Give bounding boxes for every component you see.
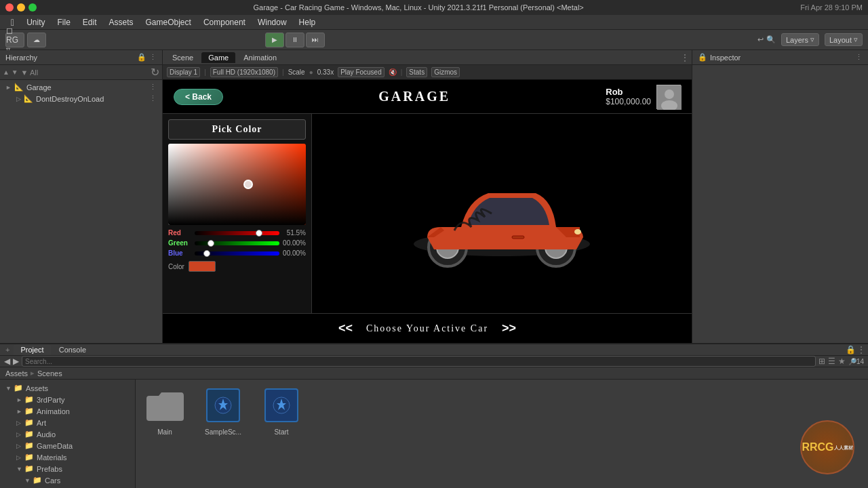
inspector-lock-icon[interactable]: 🔒 <box>698 53 707 62</box>
breadcrumb-sep: ▸ <box>31 369 35 378</box>
layers-dropdown[interactable]: Layers ▿ <box>781 33 819 46</box>
hierarchy-refresh-icon[interactable]: ↻ <box>151 66 159 79</box>
hier-item-garage[interactable]: ► 📐 Garage ⋮ <box>0 81 162 93</box>
tree-gamedata[interactable]: ▷ 📁 GameData <box>0 440 135 451</box>
display-selector[interactable]: Display 1 <box>167 67 200 77</box>
search-icon[interactable]: 🔍 <box>766 35 776 44</box>
project-nav-left[interactable]: ◀ <box>4 357 10 366</box>
project-view-icon2[interactable]: ☰ <box>828 357 835 366</box>
project-star-icon[interactable]: ★ <box>838 357 846 366</box>
hierarchy-add-icon[interactable]: ▲ ▼ <box>3 68 18 76</box>
blue-slider[interactable] <box>195 251 279 256</box>
hierarchy-all-label[interactable]: ▼ All <box>21 68 39 77</box>
hierarchy-menu-icon[interactable]: ⋮ <box>149 53 157 62</box>
close-button[interactable] <box>5 3 14 12</box>
inspector-menu-icon[interactable]: ⋮ <box>855 53 863 62</box>
menu-edit[interactable]: Edit <box>77 16 102 28</box>
color-sliders: Red 51.5% Green <box>168 229 306 257</box>
menu-component[interactable]: Component <box>198 16 251 28</box>
assets-folder-icon: 📁 <box>14 384 23 392</box>
red-thumb[interactable] <box>256 230 262 237</box>
gamedata-label: GameData <box>37 442 73 450</box>
project-nav-right[interactable]: ▶ <box>13 357 19 366</box>
color-picker-dot[interactable] <box>243 180 253 189</box>
tree-assets[interactable]: ▼ 📁 Assets <box>0 382 135 394</box>
audio-arrow-icon: ▷ <box>16 431 22 438</box>
breadcrumb-assets[interactable]: Assets <box>5 369 28 378</box>
project-view-icon1[interactable]: ⊞ <box>818 357 825 366</box>
tab-console[interactable]: Console <box>52 344 93 355</box>
scale-slider[interactable]: ● <box>309 68 313 76</box>
gizmos-button[interactable]: Gizmos <box>431 67 460 77</box>
project-search-input[interactable] <box>22 356 816 367</box>
color-preview-row: Color <box>168 261 306 272</box>
resolution-selector[interactable]: Full HD (1920x1080) <box>210 67 278 77</box>
tree-3rdparty[interactable]: ► 📁 3rdParty <box>0 394 135 405</box>
back-button[interactable]: < Back <box>174 89 223 105</box>
asset-samplescene[interactable]: SampleSc... <box>199 385 247 436</box>
materials-folder-icon: 📁 <box>24 453 34 462</box>
time-display: Fri Apr 28 9:10 PM <box>800 3 863 12</box>
menu-gameobject[interactable]: GameObject <box>140 16 197 28</box>
project-menu-icon[interactable]: ⋮ <box>857 345 865 354</box>
tab-scene[interactable]: Scene <box>165 52 200 63</box>
play-focused-selector[interactable]: Play Focused <box>338 67 384 77</box>
view-tabs-menu[interactable]: ⋮ <box>681 53 689 62</box>
breadcrumb-scenes[interactable]: Scenes <box>37 369 62 378</box>
menu-help[interactable]: Help <box>294 16 321 28</box>
fullscreen-button[interactable] <box>28 3 37 12</box>
play-button[interactable]: ▶ <box>265 33 284 47</box>
prefabs-arrow-icon: ▼ <box>16 466 22 472</box>
hierarchy-panel: Hierarchy 🔒 ⋮ ▲ ▼ ▼ All ↻ ► 📐 Garage ⋮ ▷… <box>0 50 163 343</box>
svg-rect-9 <box>512 236 524 239</box>
mute-icon[interactable]: 🔇 <box>389 68 397 76</box>
menu-unity[interactable]: Unity <box>21 16 50 28</box>
separator3-icon: | <box>401 68 403 76</box>
tree-art[interactable]: ▷ 📁 Art <box>0 417 135 428</box>
next-car-button[interactable]: >> <box>502 321 516 336</box>
stats-button[interactable]: Stats <box>406 67 427 77</box>
tree-audio[interactable]: ▷ 📁 Audio <box>0 428 135 440</box>
tree-cars[interactable]: ▼ 📁 Cars <box>0 474 135 486</box>
tab-animation[interactable]: Animation <box>237 52 283 63</box>
hierarchy-toolbar: ▲ ▼ ▼ All ↻ <box>0 65 162 80</box>
asset-main[interactable]: Main <box>141 385 189 436</box>
cloud-button[interactable]: ☁ <box>27 33 46 47</box>
inspector-tab[interactable]: Inspector <box>710 54 741 62</box>
hierarchy-tab[interactable]: Hierarchy <box>5 54 37 62</box>
prev-car-button[interactable]: << <box>338 321 353 336</box>
green-thumb[interactable] <box>208 240 214 247</box>
pause-button[interactable]: ⏸ <box>285 33 304 47</box>
hier-item-dontdestroy[interactable]: ▷ 📐 DontDestroyOnLoad ⋮ <box>0 93 162 104</box>
minimize-button[interactable] <box>17 3 25 12</box>
tree-animation[interactable]: ► 📁 Animation <box>0 405 135 417</box>
tree-materials[interactable]: ▷ 📁 Materials <box>0 451 135 463</box>
asset-start[interactable]: Start <box>258 385 305 436</box>
color-picker-panel: Pick Color Red 51.5% <box>163 114 312 313</box>
project-add-icon[interactable]: + <box>3 344 12 355</box>
hier-garage-menu[interactable]: ⋮ <box>149 83 157 92</box>
user-info: Rob $100,000.00 <box>606 87 651 106</box>
menu-window[interactable]: Window <box>252 16 292 28</box>
gamedata-folder-icon: 📁 <box>24 441 34 450</box>
green-slider[interactable] <box>195 241 279 245</box>
hier-dontdestroy-menu[interactable]: ⋮ <box>149 94 157 103</box>
art-folder-icon: 📁 <box>24 418 34 427</box>
hierarchy-lock-icon[interactable]: 🔒 <box>137 53 146 62</box>
blue-value: 00.00% <box>282 249 306 257</box>
project-lock-icon[interactable]: 🔒 <box>846 345 856 354</box>
color-gradient[interactable] <box>168 144 306 225</box>
rg-dropdown[interactable]: ◻ RG ▿ <box>5 33 24 47</box>
undo-icon[interactable]: ↩ <box>757 35 764 44</box>
color-preview-label: Color <box>168 263 184 270</box>
blue-thumb[interactable] <box>203 250 210 257</box>
layout-dropdown[interactable]: Layout ▿ <box>825 33 863 46</box>
tab-game[interactable]: Game <box>201 52 235 63</box>
tree-prefabs[interactable]: ▼ 📁 Prefabs <box>0 463 135 474</box>
step-button[interactable]: ⏭ <box>306 33 325 47</box>
tab-project[interactable]: Project <box>14 344 50 355</box>
menu-file[interactable]: File <box>52 16 75 28</box>
menu-bar:  Unity File Edit Assets GameObject Comp… <box>0 15 868 30</box>
menu-assets[interactable]: Assets <box>104 16 139 28</box>
red-slider[interactable] <box>195 231 279 235</box>
